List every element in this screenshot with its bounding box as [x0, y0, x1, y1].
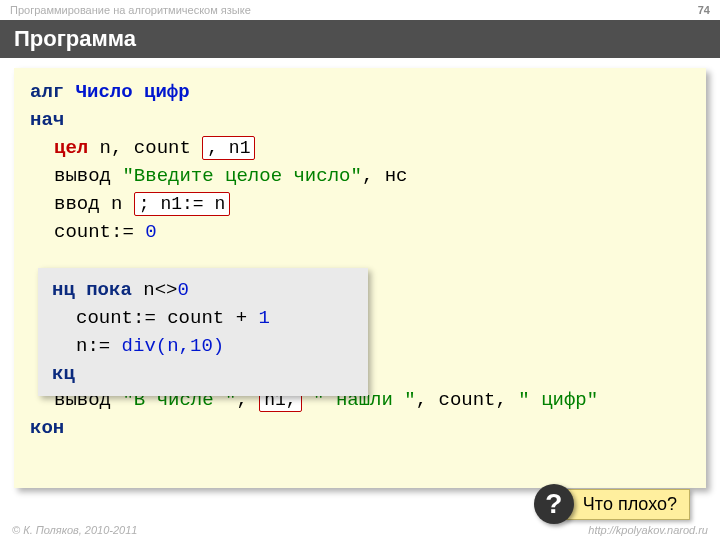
program-name: Число цифр: [76, 81, 190, 103]
kw-vvod: ввод: [54, 193, 100, 215]
loop-box: нц пока n<>0 count:= count + 1 n:= div(n…: [38, 268, 368, 396]
out-count: , count,: [416, 389, 519, 411]
code-line-kon: кон: [30, 414, 690, 442]
loop-inc-op: +: [224, 307, 258, 329]
footer: © К. Поляков, 2010-2011 http://kpolyakov…: [0, 524, 720, 536]
highlight-n1-decl: , n1: [202, 136, 255, 160]
count-init-lhs: count:=: [54, 221, 145, 243]
content: алг Число цифр нач цел n, count , n1 выв…: [0, 58, 720, 540]
question-icon: ?: [534, 484, 574, 524]
kw-kon: кон: [30, 417, 64, 439]
kw-vyvod: вывод: [54, 165, 111, 187]
copyright: © К. Поляков, 2010-2011: [12, 524, 137, 536]
input-n: n: [100, 193, 123, 215]
kw-kts: кц: [52, 363, 75, 385]
loop-inc-rhs: 1: [258, 307, 269, 329]
kw-alg: алг: [30, 81, 64, 103]
prompt-string: "Введите целое число": [122, 165, 361, 187]
code-block: алг Число цифр нач цел n, count , n1 выв…: [14, 68, 706, 488]
highlight-n1-assign: ; n1:= n: [134, 192, 230, 216]
code-line-decl: цел n, count , n1: [30, 134, 690, 162]
page-number: 74: [698, 4, 710, 16]
kw-nts-poka: нц пока: [52, 279, 132, 301]
course-name: Программирование на алгоритмическом язык…: [10, 4, 251, 16]
code-line-alg: алг Число цифр: [30, 78, 690, 106]
code-line-prompt: вывод "Введите целое число", нс: [30, 162, 690, 190]
decl-vars: n, count: [88, 137, 191, 159]
code-line-countinit: count:= 0: [30, 218, 690, 246]
loop-zero: 0: [177, 279, 188, 301]
loop-header: нц пока n<>0: [52, 276, 354, 304]
loop-n: n: [132, 279, 155, 301]
question-label: Что плохо?: [564, 489, 690, 520]
loop-op: <>: [155, 279, 178, 301]
count-init-zero: 0: [145, 221, 156, 243]
loop-inc: count:= count + 1: [52, 304, 354, 332]
loop-div: n:= div(n,10): [52, 332, 354, 360]
code-line-input: ввод n ; n1:= n: [30, 190, 690, 218]
newline-suffix: , нс: [362, 165, 408, 187]
loop-div-call: div(n,10): [122, 335, 225, 357]
top-bar: Программирование на алгоритмическом язык…: [0, 0, 720, 20]
out-suf: " цифр": [518, 389, 598, 411]
slide: Программирование на алгоритмическом язык…: [0, 0, 720, 540]
question-callout: ? Что плохо?: [534, 484, 690, 524]
kw-tsel: цел: [54, 137, 88, 159]
loop-inc-lhs: count:= count: [76, 307, 224, 329]
slide-title: Программа: [0, 20, 720, 58]
code-line-nach: нач: [30, 106, 690, 134]
footer-url: http://kpolyakov.narod.ru: [588, 524, 708, 536]
loop-assign-n: n:=: [76, 335, 122, 357]
kw-nach: нач: [30, 109, 64, 131]
loop-end: кц: [52, 360, 354, 388]
